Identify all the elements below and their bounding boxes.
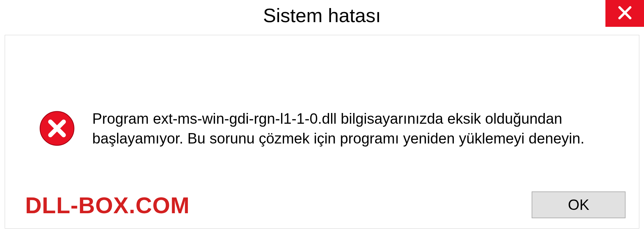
watermark-text: DLL-BOX.COM bbox=[25, 192, 190, 218]
ok-button[interactable]: OK bbox=[532, 191, 626, 218]
message-row: Program ext-ms-win-gdi-rgn-l1-1-0.dll bi… bbox=[5, 35, 639, 191]
dialog-body: Program ext-ms-win-gdi-rgn-l1-1-0.dll bi… bbox=[5, 35, 639, 229]
close-button[interactable] bbox=[605, 0, 644, 27]
close-icon bbox=[617, 5, 633, 22]
error-icon bbox=[39, 110, 75, 147]
dialog-title: Sistem hatası bbox=[263, 4, 381, 26]
title-bar: Sistem hatası bbox=[0, 0, 644, 30]
footer-row: DLL-BOX.COM OK bbox=[5, 191, 639, 228]
error-message: Program ext-ms-win-gdi-rgn-l1-1-0.dll bi… bbox=[92, 109, 595, 149]
